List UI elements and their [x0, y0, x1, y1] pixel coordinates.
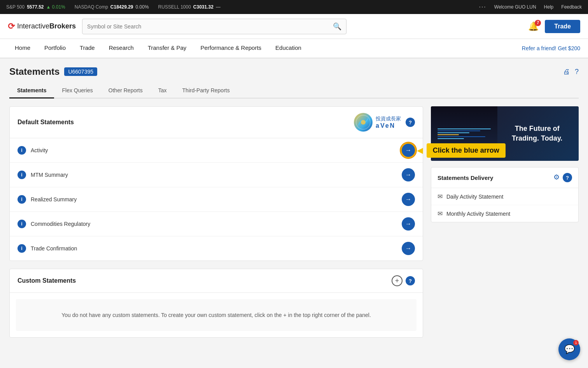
tab-statements[interactable]: Statements — [9, 83, 54, 99]
ticker-nasdaq-label: NASDAQ Comp — [75, 4, 108, 10]
search-icon[interactable]: 🔍 — [333, 22, 341, 31]
logo-text: InteractiveBrokers — [17, 22, 76, 30]
feedback-link[interactable]: Feedback — [561, 4, 582, 10]
tab-third-party[interactable]: Third-Party Reports — [175, 83, 238, 99]
right-panel: The Future of Trading. Today. Statements… — [431, 106, 579, 345]
nav-item-portfolio[interactable]: Portfolio — [37, 39, 73, 58]
commodities-info-btn[interactable]: i — [18, 220, 26, 228]
card-logo: 投資成長家 aVeN — [354, 113, 401, 132]
account-badge: U6607395 — [64, 67, 97, 76]
nav-item-performance[interactable]: Performance & Reports — [193, 39, 268, 58]
trade-confirmation-info-btn[interactable]: i — [18, 244, 26, 253]
nav-item-research[interactable]: Research — [102, 39, 141, 58]
custom-statements-card: Custom Statements + ? You do not have an… — [9, 269, 423, 338]
delivery-title: Statements Delivery — [438, 174, 550, 181]
ticker-nasdaq-change: 0.00% — [136, 4, 149, 10]
page-title-row: Statements U6607395 🖨 ? — [9, 66, 579, 77]
ticker-sp500: S&P 500 5577.52 ▲ 0.01% — [6, 4, 65, 10]
empty-text: You do not have any custom statements. T… — [61, 312, 371, 318]
logo-text-regular: Interactive — [17, 22, 49, 30]
page-content: Statements U6607395 🖨 ? Statements Flex … — [0, 58, 588, 353]
stmt-row-activity: i Activity → ◄ Click the blue arrow — [10, 138, 423, 163]
nav-refer-link[interactable]: Refer a friend! Get $200 — [522, 45, 580, 51]
delivery-gear-icon[interactable]: ⚙ — [553, 173, 560, 182]
custom-statements-help[interactable]: ? — [406, 276, 415, 285]
nav-item-transfer[interactable]: Transfer & Pay — [141, 39, 193, 58]
ticker-more-btn[interactable]: ··· — [479, 4, 486, 11]
bell-badge: 7 — [535, 20, 541, 26]
trade-confirmation-label: Trade Confirmation — [31, 245, 397, 252]
realized-info-btn[interactable]: i — [18, 195, 26, 204]
trade-button[interactable]: Trade — [545, 20, 580, 33]
page-title: Statements — [9, 66, 60, 77]
help-link[interactable]: Help — [544, 4, 554, 10]
statements-delivery-card: Statements Delivery ⚙ ? ✉ Daily Activity… — [431, 167, 579, 222]
logo-english: aVeN — [376, 122, 401, 129]
logo[interactable]: ⟳ InteractiveBrokers — [8, 21, 76, 32]
tab-other-reports[interactable]: Other Reports — [101, 83, 150, 99]
svg-point-1 — [361, 120, 366, 125]
click-annotation: ◄ Click the blue arrow — [415, 143, 506, 158]
page-help-button[interactable]: ? — [575, 68, 579, 76]
search-input[interactable] — [87, 23, 333, 30]
logo-chinese: 投資成長家 — [376, 115, 401, 122]
ticker-russell-label: RUSSELL 1000 — [158, 4, 191, 10]
annotation-label: Click the blue arrow — [427, 143, 506, 158]
realized-arrow-btn[interactable]: → — [402, 193, 415, 206]
nav-item-trade[interactable]: Trade — [73, 39, 102, 58]
card-logo-text: 投資成長家 aVeN — [376, 115, 401, 129]
main-layout: Default Statements 投資成長家 aVeN — [9, 106, 579, 345]
mtm-info-btn[interactable]: i — [18, 171, 26, 179]
ticker-sp500-change: ▲ 0.01% — [46, 4, 65, 10]
activity-info-btn[interactable]: i — [18, 146, 26, 155]
stmt-row-trade-confirmation: i Trade Confirmation → — [10, 236, 423, 261]
ad-line2: Trading. Today. — [512, 134, 562, 142]
commodities-arrow-btn[interactable]: → — [402, 217, 415, 231]
page-title-icons: 🖨 ? — [563, 68, 579, 76]
welcome-text: Welcome GUO LUN — [494, 4, 536, 10]
delivery-help-btn[interactable]: ? — [563, 173, 572, 182]
logo-circle-icon — [354, 113, 373, 132]
ticker-russell: RUSSELL 1000 C3031.32 — — [158, 4, 220, 10]
logo-text-bold: Brokers — [49, 22, 76, 30]
mail-icon-daily: ✉ — [438, 193, 443, 200]
header: ⟳ InteractiveBrokers 🔍 🔔 7 Trade — [0, 14, 588, 39]
delivery-row-daily: ✉ Daily Activity Statement — [431, 188, 578, 205]
stmt-row-realized: i Realized Summary → — [10, 187, 423, 212]
mtm-arrow-btn[interactable]: → — [402, 168, 415, 181]
mtm-label: MTM Summary — [31, 172, 397, 178]
stmt-row-mtm: i MTM Summary → — [10, 163, 423, 187]
default-statements-help[interactable]: ? — [406, 118, 415, 127]
nav-item-home[interactable]: Home — [8, 39, 37, 58]
custom-statements-add-btn[interactable]: + — [392, 275, 402, 286]
tab-tax[interactable]: Tax — [150, 83, 175, 99]
delivery-row-monthly: ✉ Monthly Activity Statement — [431, 205, 578, 222]
bell-button[interactable]: 🔔 7 — [528, 21, 539, 32]
mail-icon-monthly: ✉ — [438, 210, 443, 217]
delivery-daily-label: Daily Activity Statement — [446, 194, 503, 200]
activity-arrow-btn[interactable]: → — [402, 144, 415, 157]
tabs: Statements Flex Queries Other Reports Ta… — [9, 83, 579, 99]
ticker-russell-value: C3031.32 — [193, 4, 214, 10]
ticker-sp500-label: S&P 500 — [6, 4, 24, 10]
trade-confirmation-arrow-btn[interactable]: → — [402, 242, 415, 255]
delivery-monthly-label: Monthly Activity Statement — [446, 211, 510, 217]
header-right: 🔔 7 Trade — [528, 20, 580, 33]
ticker-russell-change: — — [216, 4, 220, 10]
ticker-sp500-value: 5577.52 — [27, 4, 44, 10]
search-bar[interactable]: 🔍 — [82, 19, 346, 34]
nav-item-education[interactable]: Education — [268, 39, 308, 58]
default-statements-card: Default Statements 投資成長家 aVeN — [9, 106, 423, 261]
ticker-nasdaq: NASDAQ Comp C18429.29 0.00% — [75, 4, 149, 10]
tab-flex-queries[interactable]: Flex Queries — [54, 83, 100, 99]
ad-line1: The Future of — [515, 125, 560, 132]
commodities-label: Commodities Regulatory — [31, 221, 397, 227]
print-button[interactable]: 🖨 — [563, 68, 570, 76]
default-statements-title: Default Statements — [18, 119, 349, 126]
ticker-bar-right: ··· Welcome GUO LUN Help Feedback — [479, 4, 582, 11]
chat-badge: 1 — [573, 340, 579, 345]
left-panel: Default Statements 投資成長家 aVeN — [9, 106, 423, 345]
logo-icon: ⟳ — [8, 21, 15, 32]
custom-statements-header: Custom Statements + ? — [10, 269, 423, 293]
nav-bar: Home Portfolio Trade Research Transfer &… — [0, 39, 588, 58]
